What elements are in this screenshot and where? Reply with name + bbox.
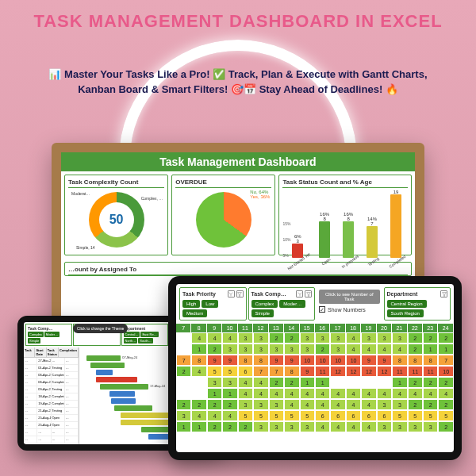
- heatmap-cell: 7: [176, 355, 191, 366]
- filter-chip[interactable]: Complex: [251, 300, 278, 308]
- heatmap-cell: 8: [392, 355, 407, 366]
- gantt-task-row[interactable]: …21-Apr-24Testing…: [24, 408, 79, 415]
- gantt-bar[interactable]: [111, 398, 136, 404]
- gantt-cell: …: [65, 429, 79, 436]
- heatmap-cell: 3: [300, 344, 315, 355]
- overdue-card: OVERDUE No, 64% Yes, 36%: [171, 175, 275, 255]
- heatmap-cell: 2: [222, 421, 237, 432]
- heatmap-cell: 8: [284, 366, 299, 377]
- gantt-bar[interactable]: [109, 391, 134, 397]
- gantt-bar[interactable]: 07-May-24: [86, 355, 121, 361]
- filter-icon[interactable]: [440, 290, 447, 298]
- gantt-cell: …: [65, 365, 79, 371]
- bar-column: 16%8Open: [314, 212, 335, 264]
- heatmap-cell: [191, 388, 206, 399]
- gantt-filter-chip[interactable]: North…: [124, 338, 138, 344]
- filter-icon[interactable]: [236, 290, 244, 298]
- gantt-filter[interactable]: Task Comp…ComplexModer…Simple: [25, 324, 72, 346]
- heatmap-cell: 4: [377, 344, 392, 355]
- gantt-cell: 18-Apr-24: [37, 393, 51, 400]
- gantt-bar[interactable]: [96, 377, 137, 382]
- heatmap-col-header: 13: [269, 324, 284, 332]
- gantt-task-row[interactable]: …18-Apr-24Completed…: [24, 393, 79, 401]
- heatmap-col-header: 23: [423, 324, 438, 332]
- gantt-bar[interactable]: [90, 363, 125, 368]
- gantt-task-row[interactable]: …25-Aug-17Open…: [24, 422, 79, 429]
- heatmap-col-header: 21: [392, 324, 407, 332]
- gantt-bar[interactable]: [121, 420, 169, 425]
- heatmap-col-header: 22: [408, 324, 423, 332]
- gantt-filter-chip[interactable]: Complex: [28, 332, 44, 337]
- heatmap-cell: 4: [361, 344, 376, 355]
- filter-chip[interactable]: Moder…: [279, 300, 305, 308]
- gantt-task-row[interactable]: …27-Mar-24……: [24, 358, 79, 365]
- bar: [319, 221, 330, 258]
- gantt-bar[interactable]: [114, 405, 153, 411]
- gantt-bar[interactable]: 17-May-24: [100, 384, 148, 390]
- complexity-card-title: Task Complexity Count: [68, 178, 164, 188]
- heatmap-cell: 7: [438, 355, 453, 366]
- heatmap-cell: 4: [346, 344, 361, 355]
- gantt-cell: 25-Aug-17: [37, 415, 51, 421]
- heatmap-row: 7899889910101010998887: [176, 355, 454, 366]
- gantt-filter[interactable]: DepartmentCentral…East Re…North…South…: [121, 324, 168, 346]
- filter-chip[interactable]: Medium: [182, 309, 207, 317]
- heatmap-row: 245567789111212121211111110: [176, 366, 454, 377]
- gantt-filter-chip[interactable]: Moder…: [44, 332, 60, 337]
- gantt-cell: …: [65, 436, 79, 443]
- heatmap-cell: 5: [408, 410, 423, 421]
- heatmap-cell: 4: [191, 410, 206, 421]
- clear-filter-icon[interactable]: [296, 290, 303, 298]
- heatmap-cell: 4: [330, 399, 345, 410]
- show-numbers-checkbox[interactable]: ✓ Show Numbers: [319, 306, 380, 313]
- status-card-title: Task Status Count and % Age: [282, 178, 408, 188]
- gantt-task-row[interactable]: …25-Aug-17Open…: [24, 415, 79, 422]
- heatmap-cell: [176, 377, 191, 388]
- filter-complexity[interactable]: Task Comp… ComplexModer…Simple: [248, 287, 316, 321]
- filter-priority[interactable]: Task Priority HighLowMedium: [179, 287, 247, 321]
- gantt-cell: …: [52, 358, 65, 364]
- bar-column: 14%7Testing: [362, 217, 382, 264]
- gantt-task-row[interactable]: …06-Apr-24Completed…: [24, 372, 79, 379]
- heatmap-col-header: 20: [377, 324, 392, 332]
- gantt-filter-chip[interactable]: East Re…: [140, 332, 158, 337]
- gantt-cell: …: [24, 422, 37, 428]
- gantt-filter-chip[interactable]: Central…: [124, 332, 140, 337]
- gantt-filter-chip[interactable]: South…: [138, 338, 152, 344]
- axis-tick: 10%: [282, 237, 290, 242]
- heatmap-cell: 10: [346, 355, 361, 366]
- heatmap-cell: 3: [392, 399, 407, 410]
- gantt-task-row[interactable]: …06-Apr-24Completed…: [24, 379, 79, 386]
- show-number-button[interactable]: Click to see Number of Task: [319, 290, 380, 304]
- filter-department[interactable]: Department Central RegionSouth Region: [384, 287, 451, 321]
- heatmap-cell: 12: [330, 366, 345, 377]
- heatmap-cell: 5: [238, 410, 253, 421]
- heatmap-cell: 4: [284, 399, 299, 410]
- gantt-task-row[interactable]: …19-Apr-24Completed…: [24, 401, 79, 408]
- gantt-task-row[interactable]: …01-Apr-24Testing…: [24, 365, 79, 372]
- gantt-cell: …: [65, 401, 79, 407]
- filter-icon[interactable]: [305, 290, 312, 298]
- filter-chip[interactable]: High: [182, 300, 200, 308]
- gantt-bar[interactable]: [96, 370, 113, 375]
- gantt-task-row[interactable]: …………: [24, 436, 79, 443]
- filter-chip[interactable]: Simple: [251, 309, 274, 317]
- gantt-cell: …: [24, 386, 37, 393]
- filter-action: Click to see Number of Task ✓ Show Numbe…: [317, 287, 382, 321]
- heatmap-col-header: 19: [361, 324, 376, 332]
- gantt-task-row[interactable]: …………: [24, 429, 79, 436]
- bar-column: 19Completed: [386, 190, 406, 264]
- clear-filter-icon[interactable]: [228, 290, 235, 298]
- gantt-filter-chip[interactable]: Simple: [28, 338, 40, 344]
- heatmap-cell: 8: [423, 355, 438, 366]
- filter-chip[interactable]: South Region: [387, 309, 424, 317]
- donut-label-complex: Complex, …: [141, 196, 163, 201]
- complexity-card: Task Complexity Count Moderat… Complex, …: [64, 175, 168, 255]
- heatmap-col-header: 18: [346, 324, 361, 332]
- heatmap-cell: 10: [300, 355, 315, 366]
- heatmap-cell: [176, 388, 191, 399]
- heatmap-cell: 5: [423, 410, 438, 421]
- gantt-task-row[interactable]: …09-Apr-24Testing…: [24, 386, 79, 393]
- filter-chip[interactable]: Central Region: [387, 300, 427, 308]
- filter-chip[interactable]: Low: [202, 300, 218, 308]
